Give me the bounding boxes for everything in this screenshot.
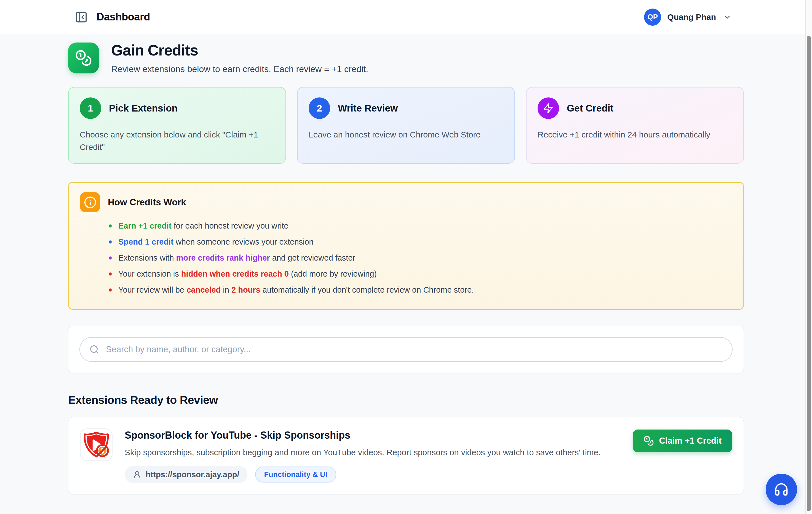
top-bar-left: Dashboard: [75, 11, 150, 24]
bullet-text: Your review will be canceled in 2 hours …: [118, 286, 474, 295]
extension-description: Skip sponsorships, subscription begging …: [125, 448, 621, 457]
step-description: Receive +1 credit within 24 hours automa…: [538, 128, 732, 141]
extensions-section-title: Extensions Ready to Review: [68, 394, 744, 407]
top-bar: Dashboard QP Quang Phan: [0, 0, 812, 34]
extension-name: SponsorBlock for YouTube - Skip Sponsors…: [125, 430, 621, 441]
hero-text: Gain Credits Review extensions below to …: [111, 43, 368, 74]
extension-meta: https://sponsor.ajay.app/ Functionality …: [125, 466, 621, 483]
info-title: How Credits Work: [108, 197, 186, 208]
bullet-text: Your extension is hidden when credits re…: [118, 269, 377, 278]
extension-url-pill[interactable]: https://sponsor.ajay.app/: [125, 466, 248, 483]
search-icon: [89, 345, 99, 354]
hero-subtitle: Review extensions below to earn credits.…: [111, 64, 368, 74]
step-card-write-review: 2 Write Review Leave an honest review on…: [297, 87, 515, 164]
sidebar-collapse-icon[interactable]: [75, 11, 88, 24]
claim-credit-button[interactable]: Claim +1 Credit: [633, 430, 732, 452]
step-card-pick-extension: 1 Pick Extension Choose any extension be…: [68, 87, 286, 164]
bullet-dot: [109, 224, 112, 227]
step-description: Leave an honest review on Chrome Web Sto…: [309, 128, 503, 141]
bullet-dot: [109, 256, 112, 260]
credits-bullet: Extensions with more credits rank higher…: [109, 250, 732, 266]
hero-title: Gain Credits: [111, 42, 368, 59]
user-icon: [133, 470, 141, 479]
extension-card: $ SponsorBlock for YouTube - Skip Sponso…: [68, 417, 744, 494]
steps-row: 1 Pick Extension Choose any extension be…: [68, 87, 744, 164]
bullet-dot: [109, 240, 112, 243]
page-title: Dashboard: [96, 11, 150, 23]
bullet-dot: [109, 272, 112, 275]
coins-icon: [68, 43, 99, 74]
sponsorblock-logo: $: [80, 428, 113, 461]
info-head: How Credits Work: [80, 192, 732, 212]
bullet-text: Earn +1 credit for each honest review yo…: [118, 221, 289, 231]
step-head: Get Credit: [538, 98, 732, 119]
coins-icon: [643, 436, 654, 446]
user-menu[interactable]: QP Quang Phan: [644, 8, 731, 26]
step-number-badge: 1: [80, 98, 101, 119]
step-number-badge: 2: [309, 98, 330, 119]
scrollbar-track[interactable]: [805, 0, 812, 514]
scrollbar-thumb[interactable]: [807, 36, 811, 511]
main-content: Gain Credits Review extensions below to …: [68, 34, 744, 494]
claim-button-label: Claim +1 Credit: [659, 436, 722, 446]
headphones-icon: [774, 482, 789, 497]
step-card-get-credit: Get Credit Receive +1 credit within 24 h…: [526, 87, 744, 164]
credits-bullet: Earn +1 credit for each honest review yo…: [109, 218, 732, 234]
search-box[interactable]: [80, 337, 732, 362]
credits-bullet: Your review will be canceled in 2 hours …: [109, 282, 732, 298]
credits-bullet-list: Earn +1 credit for each honest review yo…: [109, 218, 732, 298]
chevron-down-icon: [723, 13, 731, 21]
zap-icon: [538, 98, 559, 119]
user-name: Quang Phan: [667, 12, 716, 22]
credits-bullet: Your extension is hidden when credits re…: [109, 266, 732, 282]
support-button[interactable]: [766, 474, 797, 505]
credits-bullet: Spend 1 credit when someone reviews your…: [109, 234, 732, 250]
step-head: 2 Write Review: [309, 98, 503, 119]
search-input[interactable]: [106, 345, 723, 354]
extension-info: SponsorBlock for YouTube - Skip Sponsors…: [125, 428, 621, 483]
bullet-text: Spend 1 credit when someone reviews your…: [118, 237, 314, 246]
step-title: Write Review: [338, 103, 398, 114]
gain-credits-header: Gain Credits Review extensions below to …: [68, 43, 744, 74]
how-credits-work-box: How Credits Work Earn +1 credit for each…: [68, 182, 744, 310]
step-head: 1 Pick Extension: [80, 98, 274, 119]
info-icon: [80, 192, 100, 212]
step-title: Pick Extension: [109, 103, 178, 114]
step-description: Choose any extension below and click "Cl…: [80, 128, 274, 153]
extension-url: https://sponsor.ajay.app/: [146, 470, 239, 479]
bullet-text: Extensions with more credits rank higher…: [118, 253, 355, 263]
search-card: [68, 326, 744, 373]
step-title: Get Credit: [567, 103, 613, 114]
category-badge[interactable]: Functionality & UI: [255, 466, 336, 483]
avatar[interactable]: QP: [644, 8, 661, 26]
bullet-dot: [109, 289, 112, 292]
